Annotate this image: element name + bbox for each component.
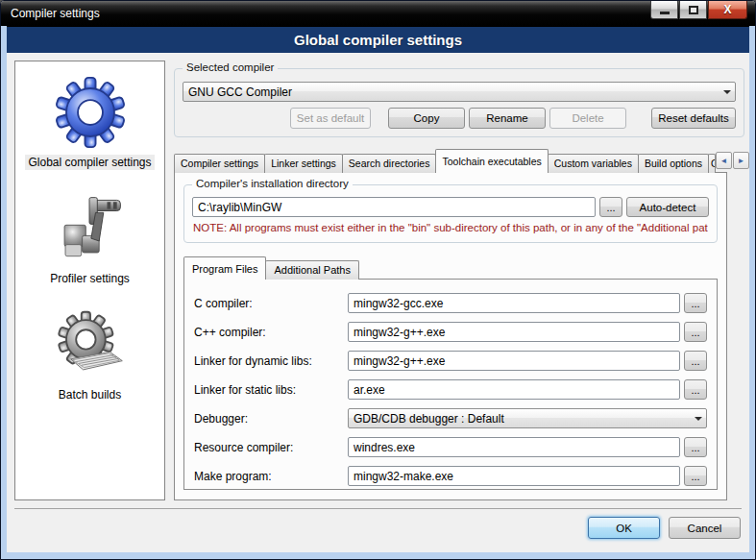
reset-defaults-button[interactable]: Reset defaults bbox=[651, 108, 736, 129]
tab-program-files[interactable]: Program Files bbox=[183, 256, 266, 280]
minimize-button[interactable] bbox=[650, 1, 678, 19]
static-linker-browse-button[interactable]: ... bbox=[684, 379, 707, 400]
installation-directory-input[interactable] bbox=[192, 197, 596, 217]
field-row-dynamic-linker: Linker for dynamic libs: ... bbox=[194, 351, 707, 371]
tab-linker-settings[interactable]: Linker settings bbox=[264, 154, 343, 173]
debugger-label: Debugger: bbox=[194, 412, 348, 426]
static-linker-label: Linker for static libs: bbox=[194, 383, 348, 397]
field-row-resource-compiler: Resource compiler: ... bbox=[194, 437, 707, 457]
installation-directory-group-label: Compiler's installation directory bbox=[192, 178, 353, 189]
window-title: Compiler settings bbox=[11, 7, 100, 20]
tab-scroll-left-icon[interactable]: ◄ bbox=[716, 152, 732, 169]
c-compiler-input[interactable] bbox=[348, 293, 680, 313]
selected-compiler-group-label: Selected compiler bbox=[183, 61, 278, 73]
tab-scroll-right-icon[interactable]: ► bbox=[733, 152, 749, 169]
ok-button[interactable]: OK bbox=[588, 517, 660, 539]
tab-custom-variables[interactable]: Custom variables bbox=[548, 154, 639, 173]
chevron-down-icon bbox=[719, 83, 735, 101]
tab-scroll-buttons: ◄ ► bbox=[715, 152, 749, 169]
content-area: Global compiler settings Profiler settin… bbox=[7, 53, 749, 500]
dynamic-linker-input[interactable] bbox=[348, 351, 680, 371]
window-frame: Global compiler settings bbox=[1, 26, 755, 559]
calipers-icon bbox=[54, 193, 125, 264]
delete-button[interactable]: Delete bbox=[549, 108, 626, 129]
debugger-value: GDB/CDB debugger : Default bbox=[354, 412, 504, 426]
close-button[interactable]: X bbox=[708, 1, 747, 19]
auto-detect-button[interactable]: Auto-detect bbox=[626, 197, 709, 217]
tab-toolchain-executables[interactable]: Toolchain executables bbox=[435, 149, 548, 173]
maximize-icon bbox=[689, 6, 698, 14]
chevron-down-icon bbox=[691, 409, 706, 427]
dialog-footer: OK Cancel bbox=[14, 508, 742, 552]
minimize-icon bbox=[660, 12, 670, 14]
rename-button[interactable]: Rename bbox=[469, 108, 546, 129]
cpp-compiler-browse-button[interactable]: ... bbox=[684, 322, 707, 342]
field-row-make-program: Make program: ... bbox=[194, 466, 707, 486]
field-row-c-compiler: C compiler: ... bbox=[194, 293, 707, 313]
sidebar-item-label: Global compiler settings bbox=[25, 155, 154, 170]
resource-compiler-label: Resource compiler: bbox=[194, 441, 348, 454]
copy-button[interactable]: Copy bbox=[388, 108, 465, 129]
bin-subdirectory-note: NOTE: All programs must exist either in … bbox=[193, 222, 708, 233]
program-files-tab-strip: Program Files Additional Paths bbox=[183, 256, 718, 280]
resource-compiler-browse-button[interactable]: ... bbox=[684, 437, 707, 457]
program-files-page: C compiler: ... C++ compiler: ... Linker… bbox=[183, 279, 718, 490]
sidebar-item-batch-builds[interactable]: Batch builds bbox=[55, 309, 126, 402]
sidebar-item-label: Batch builds bbox=[56, 387, 124, 402]
close-icon: X bbox=[723, 3, 731, 16]
field-row-cpp-compiler: C++ compiler: ... bbox=[194, 322, 707, 342]
cancel-button[interactable]: Cancel bbox=[669, 517, 741, 539]
make-program-label: Make program: bbox=[194, 470, 348, 483]
make-program-browse-button[interactable]: ... bbox=[684, 466, 707, 486]
selected-compiler-value: GNU GCC Compiler bbox=[188, 85, 292, 99]
installation-directory-browse-button[interactable]: ... bbox=[599, 197, 622, 217]
window-controls: X bbox=[649, 1, 747, 19]
installation-directory-group: Compiler's installation directory ... Au… bbox=[183, 184, 718, 243]
toolchain-executables-page: Compiler's installation directory ... Au… bbox=[174, 172, 727, 500]
dynamic-linker-browse-button[interactable]: ... bbox=[684, 351, 707, 371]
sidebar-item-profiler-settings[interactable]: Profiler settings bbox=[47, 193, 133, 286]
debugger-combobox[interactable]: GDB/CDB debugger : Default bbox=[348, 408, 707, 428]
tab-compiler-settings[interactable]: Compiler settings bbox=[174, 154, 265, 173]
tab-search-directories[interactable]: Search directories bbox=[342, 154, 437, 173]
set-as-default-button[interactable]: Set as default bbox=[290, 108, 371, 129]
sidebar-item-label: Profiler settings bbox=[47, 271, 133, 286]
dynamic-linker-label: Linker for dynamic libs: bbox=[194, 354, 348, 368]
tab-additional-paths[interactable]: Additional Paths bbox=[265, 260, 359, 280]
cpp-compiler-label: C++ compiler: bbox=[194, 326, 348, 339]
selected-compiler-combobox[interactable]: GNU GCC Compiler bbox=[183, 82, 736, 102]
blue-gear-icon bbox=[55, 77, 126, 148]
main-panel: Selected compiler GNU GCC Compiler Set a… bbox=[174, 61, 744, 500]
resource-compiler-input[interactable] bbox=[348, 437, 680, 457]
gray-gear-stack-icon bbox=[55, 309, 126, 380]
c-compiler-label: C compiler: bbox=[194, 297, 348, 310]
maximize-button[interactable] bbox=[679, 1, 707, 19]
settings-category-list: Global compiler settings Profiler settin… bbox=[14, 61, 165, 500]
field-row-static-linker: Linker for static libs: ... bbox=[194, 379, 707, 400]
cpp-compiler-input[interactable] bbox=[348, 322, 680, 342]
static-linker-input[interactable] bbox=[348, 379, 680, 400]
sidebar-item-global-compiler-settings[interactable]: Global compiler settings bbox=[25, 77, 154, 170]
make-program-input[interactable] bbox=[348, 466, 680, 486]
title-bar[interactable]: Compiler settings X bbox=[1, 1, 755, 26]
field-row-debugger: Debugger: GDB/CDB debugger : Default bbox=[194, 408, 707, 428]
compiler-action-buttons: Set as default Copy Rename Delete Reset … bbox=[183, 108, 736, 129]
compiler-settings-dialog: Compiler settings X Global compiler sett… bbox=[0, 0, 756, 560]
tab-build-options[interactable]: Build options bbox=[638, 154, 709, 173]
selected-compiler-group: Selected compiler GNU GCC Compiler Set a… bbox=[174, 68, 744, 137]
settings-tab-strip: Compiler settings Linker settings Search… bbox=[174, 149, 727, 173]
c-compiler-browse-button[interactable]: ... bbox=[684, 293, 707, 313]
page-title: Global compiler settings bbox=[7, 26, 749, 53]
